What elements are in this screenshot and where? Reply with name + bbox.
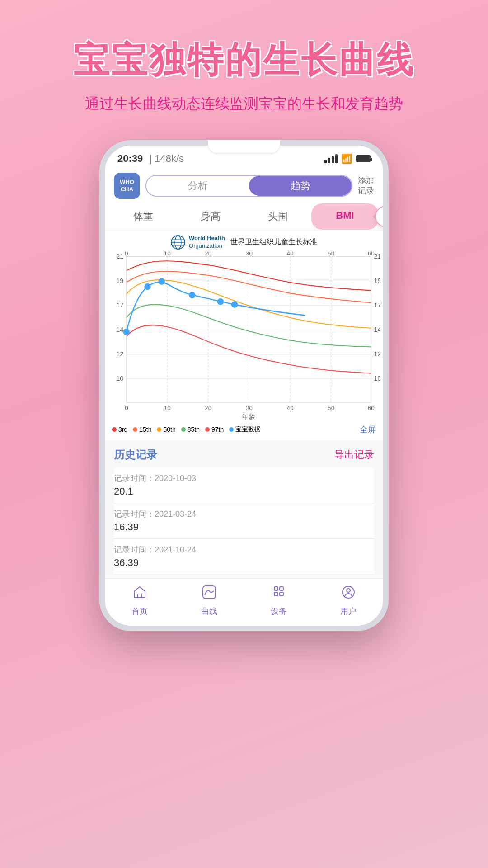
svg-point-45 xyxy=(123,329,130,335)
svg-text:20: 20 xyxy=(205,405,211,411)
history-header: 历史记录 导出记录 xyxy=(114,448,374,462)
export-button[interactable]: 导出记录 xyxy=(334,448,374,462)
svg-text:60: 60 xyxy=(368,405,375,411)
chart-container: World Health Organization 世界卫生组织儿童生长标准 xyxy=(105,230,383,440)
tab-weight[interactable]: 体重 xyxy=(109,203,177,230)
svg-rect-51 xyxy=(138,594,141,598)
svg-text:50: 50 xyxy=(328,252,334,257)
nav-home-label: 首页 xyxy=(131,606,148,617)
svg-point-50 xyxy=(231,301,238,308)
fullscreen-button[interactable]: 全屏 xyxy=(360,424,376,435)
svg-text:12: 12 xyxy=(374,350,380,358)
svg-point-48 xyxy=(189,292,196,298)
nav-curve-label: 曲线 xyxy=(201,606,217,617)
svg-point-46 xyxy=(144,283,151,290)
svg-text:21: 21 xyxy=(116,252,123,259)
record-value-3: 36.39 xyxy=(114,557,374,569)
svg-point-47 xyxy=(158,278,165,285)
category-tabs: 体重 身高 头围 BMI BMI xyxy=(105,203,383,230)
record-value-2: 16.39 xyxy=(114,521,374,533)
svg-rect-54 xyxy=(280,587,283,590)
svg-text:0: 0 xyxy=(125,252,128,257)
svg-text:20: 20 xyxy=(205,252,211,257)
svg-text:21: 21 xyxy=(374,252,380,259)
nav-device-label: 设备 xyxy=(271,606,287,617)
svg-text:60: 60 xyxy=(368,252,375,257)
svg-text:0: 0 xyxy=(125,405,128,411)
bottom-nav: 首页 曲线 xyxy=(105,578,383,626)
phone-frame: 20:39 | 148k/s 📶 WHO xyxy=(99,140,389,631)
nav-home[interactable]: 首页 xyxy=(105,585,174,617)
svg-text:50: 50 xyxy=(328,405,334,411)
bmi-tooltip: BMI xyxy=(375,206,383,227)
legend-15th: 15th xyxy=(133,426,151,433)
svg-text:40: 40 xyxy=(287,405,294,411)
svg-text:17: 17 xyxy=(116,302,123,309)
svg-rect-55 xyxy=(274,592,278,596)
tab-switcher[interactable]: 分析 趋势 xyxy=(145,175,352,197)
device-icon xyxy=(272,585,286,603)
history-record-3: 记录时间：2021-10-24 36.39 xyxy=(114,539,374,575)
svg-rect-53 xyxy=(274,587,278,590)
nav-user[interactable]: 用户 xyxy=(314,585,383,617)
nav-curve[interactable]: 曲线 xyxy=(174,585,244,617)
record-time-1: 记录时间：2020-10-03 xyxy=(114,473,374,484)
svg-text:30: 30 xyxy=(246,405,253,411)
status-icons: 📶 xyxy=(324,153,371,164)
battery-icon xyxy=(356,155,371,162)
tab-trend[interactable]: 趋势 xyxy=(249,176,352,196)
svg-text:17: 17 xyxy=(374,302,380,309)
home-icon xyxy=(132,585,147,603)
who-cha-logo: WHO CHA xyxy=(114,173,140,199)
svg-rect-5 xyxy=(127,256,371,402)
legend-50th: 50th xyxy=(157,426,175,433)
legend-baby: 宝宝数据 xyxy=(229,425,261,434)
app-header: WHO CHA 分析 趋势 添加 记录 xyxy=(105,168,383,203)
svg-text:10: 10 xyxy=(164,405,171,411)
tab-analyze[interactable]: 分析 xyxy=(146,176,249,196)
history-record-2: 记录时间：2021-03-24 16.39 xyxy=(114,503,374,539)
record-value-1: 20.1 xyxy=(114,486,374,497)
chart-legend: 3rd 15th 50th 85th xyxy=(108,421,380,438)
svg-text:14: 14 xyxy=(374,326,380,333)
svg-rect-56 xyxy=(280,592,283,596)
tab-head[interactable]: 头围 xyxy=(244,203,311,230)
add-record-button[interactable]: 添加 记录 xyxy=(358,175,374,197)
nav-device[interactable]: 设备 xyxy=(244,585,314,617)
svg-text:10: 10 xyxy=(164,252,171,257)
growth-chart: 21 19 17 14 12 10 21 19 17 14 12 10 0 10 xyxy=(108,252,380,421)
svg-text:10: 10 xyxy=(374,375,380,382)
svg-text:40: 40 xyxy=(287,252,294,257)
record-time-3: 记录时间：2021-10-24 xyxy=(114,544,374,555)
svg-point-49 xyxy=(217,298,224,305)
status-time: 20:39 | 148k/s xyxy=(117,153,184,165)
record-time-2: 记录时间：2021-03-24 xyxy=(114,509,374,519)
tab-height[interactable]: 身高 xyxy=(177,203,244,230)
hero-title: 宝宝独特的生长曲线 xyxy=(0,0,488,85)
hero-subtitle: 通过生长曲线动态连续监测宝宝的生长和发育趋势 xyxy=(0,94,488,114)
legend-3rd: 3rd xyxy=(112,426,127,433)
svg-text:19: 19 xyxy=(116,277,123,284)
wifi-icon: 📶 xyxy=(341,153,352,164)
svg-text:12: 12 xyxy=(116,350,123,358)
history-section: 历史记录 导出记录 记录时间：2020-10-03 20.1 记录时间：2021… xyxy=(105,440,383,578)
who-org-name: World Health xyxy=(189,235,225,242)
who-org-name2: Organization xyxy=(189,242,225,250)
svg-text:30: 30 xyxy=(246,252,253,257)
legend-97th: 97th xyxy=(205,426,224,433)
phone-mockup: 20:39 | 148k/s 📶 WHO xyxy=(99,140,389,631)
phone-notch xyxy=(208,146,280,153)
chart-title: 世界卫生组织儿童生长标准 xyxy=(230,237,317,247)
svg-text:年龄: 年龄 xyxy=(242,413,255,420)
history-record-1: 记录时间：2020-10-03 20.1 xyxy=(114,467,374,503)
chart-header: World Health Organization 世界卫生组织儿童生长标准 xyxy=(108,235,380,250)
user-icon xyxy=(341,585,356,603)
signal-icon xyxy=(324,154,338,163)
svg-text:14: 14 xyxy=(116,326,123,333)
svg-point-58 xyxy=(347,589,350,592)
curve-icon xyxy=(202,585,216,603)
legend-85th: 85th xyxy=(181,426,200,433)
tab-bmi[interactable]: BMI BMI xyxy=(311,203,379,230)
history-title: 历史记录 xyxy=(114,448,157,462)
phone-screen: 20:39 | 148k/s 📶 WHO xyxy=(105,146,383,626)
